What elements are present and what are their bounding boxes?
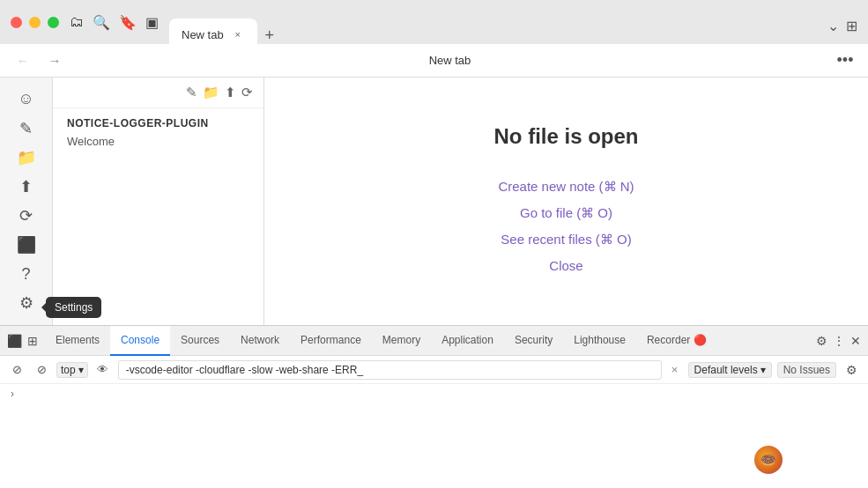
go-to-file-link[interactable]: Go to file (⌘ O) bbox=[520, 205, 612, 221]
panel-refresh-icon[interactable]: ⟳ bbox=[241, 85, 253, 100]
tab-recorder[interactable]: Recorder 🔴 bbox=[636, 326, 717, 356]
tab-performance[interactable]: Performance bbox=[290, 326, 372, 356]
close-link[interactable]: Close bbox=[549, 258, 582, 273]
help-icon: ? bbox=[21, 265, 30, 284]
sidebar-icon-settings[interactable]: ⚙ bbox=[9, 291, 44, 316]
folder-sidebar-icon: 📁 bbox=[17, 148, 36, 167]
tab-elements[interactable]: Elements bbox=[45, 326, 110, 356]
devtools-left-icons: ⬛ ⊞ bbox=[7, 334, 38, 348]
tab-console[interactable]: Console bbox=[110, 326, 170, 356]
sidebar: ☺ ✎ 📁 ⬆ ⟳ ⬛ ? ⚙ Settings bbox=[0, 78, 53, 325]
new-tab-button[interactable]: + bbox=[257, 23, 282, 48]
minimize-button[interactable] bbox=[29, 17, 41, 28]
sidebar-icon-folder[interactable]: 📁 bbox=[9, 144, 44, 170]
refresh-icon: ⟳ bbox=[19, 206, 33, 226]
chevron-down-icon[interactable]: ⌄ bbox=[827, 18, 839, 34]
close-button[interactable] bbox=[11, 17, 22, 28]
pkmer-logo: 🍩 PKMER bbox=[754, 446, 854, 474]
devtools-device-icon[interactable]: ⊞ bbox=[27, 334, 38, 348]
console-settings-icon[interactable]: ⚙ bbox=[842, 360, 861, 380]
context-label: top bbox=[61, 364, 76, 376]
more-button[interactable]: ••• bbox=[833, 48, 857, 73]
active-tab[interactable]: New tab × bbox=[169, 18, 257, 50]
log-levels-chevron: ▾ bbox=[760, 364, 766, 376]
tab-right-controls: ⌄ ⊞ bbox=[827, 18, 857, 34]
sidebar-icon-source[interactable]: ⬛ bbox=[9, 233, 44, 258]
devtools-tabs: ⬛ ⊞ Elements Console Sources Network Per… bbox=[0, 326, 868, 356]
devtools-toolbar: ⊘ ⊘ top ▾ 👁 × Default levels ▾ No Issues… bbox=[0, 356, 868, 384]
tab-lighthouse[interactable]: Lighthouse bbox=[563, 326, 636, 356]
page-title: New tab bbox=[429, 54, 471, 67]
no-issues-badge: No Issues bbox=[777, 362, 836, 378]
fullscreen-button[interactable] bbox=[48, 17, 59, 28]
title-bar: 🗂 🔍 🔖 ▣ New tab × + ⌄ ⊞ bbox=[0, 0, 868, 44]
no-file-title: No file is open bbox=[493, 124, 638, 149]
sidebar-toggle-icon[interactable]: ▣ bbox=[145, 14, 159, 31]
console-prompt[interactable]: › bbox=[11, 388, 857, 400]
context-selector[interactable]: top ▾ bbox=[56, 362, 88, 378]
tab-application[interactable]: Application bbox=[431, 326, 504, 356]
sidebar-icon-refresh[interactable]: ⟳ bbox=[9, 203, 44, 229]
tab-security[interactable]: Security bbox=[504, 326, 563, 356]
tab-label: New tab bbox=[182, 28, 224, 41]
tab-memory[interactable]: Memory bbox=[372, 326, 431, 356]
log-levels-label: Default levels bbox=[694, 364, 758, 376]
back-button[interactable]: ← bbox=[11, 48, 35, 73]
sidebar-icon-edit[interactable]: ✎ bbox=[9, 115, 44, 141]
panel-upload-icon[interactable]: ⬆ bbox=[225, 85, 236, 100]
source-icon: ⬛ bbox=[17, 235, 36, 255]
tab-close-button[interactable]: × bbox=[231, 27, 245, 41]
forward-button[interactable]: → bbox=[42, 48, 67, 73]
main-area: ☺ ✎ 📁 ⬆ ⟳ ⬛ ? ⚙ Settings ✎ bbox=[0, 78, 868, 325]
edit-icon: ✎ bbox=[19, 119, 33, 138]
tabs-area: New tab × + bbox=[169, 0, 817, 44]
address-bar: New tab bbox=[74, 54, 826, 67]
back-icon: ← bbox=[17, 53, 30, 68]
console-chevron-icon: › bbox=[11, 388, 14, 400]
upload-icon: ⬆ bbox=[19, 177, 33, 196]
sidebar-icon-help[interactable]: ? bbox=[9, 262, 44, 287]
project-title: NOTICE-LOGGER-PLUGIN bbox=[53, 108, 263, 131]
create-new-note-link[interactable]: Create new note (⌘ N) bbox=[498, 179, 634, 195]
traffic-lights bbox=[11, 17, 59, 28]
eye-icon[interactable]: 👁 bbox=[93, 360, 113, 380]
content-area: No file is open Create new note (⌘ N) Go… bbox=[264, 78, 868, 325]
devtools-console-area: › bbox=[0, 384, 868, 488]
nav-bar: ← → New tab ••• bbox=[0, 44, 868, 78]
smiley-icon: ☺ bbox=[18, 90, 33, 108]
forward-icon: → bbox=[48, 53, 62, 68]
file-panel-icons: ✎ 📁 ⬆ ⟳ bbox=[186, 85, 253, 100]
grid-icon[interactable]: ⊞ bbox=[846, 18, 857, 34]
file-panel-header: ✎ 📁 ⬆ ⟳ bbox=[53, 78, 263, 108]
settings-icon: ⚙ bbox=[19, 293, 33, 313]
log-levels-button[interactable]: Default levels ▾ bbox=[688, 362, 772, 378]
panel-folder-icon[interactable]: 📁 bbox=[203, 85, 219, 100]
devtools-close-icon[interactable]: ✕ bbox=[850, 334, 861, 348]
devtools-more-icon[interactable]: ⋮ bbox=[833, 334, 845, 348]
devtools-right-icons: ⚙ ⋮ ✕ bbox=[816, 334, 861, 348]
filter-clear-button[interactable]: × bbox=[667, 362, 683, 378]
file-panel: ✎ 📁 ⬆ ⟳ NOTICE-LOGGER-PLUGIN Welcome bbox=[53, 78, 264, 325]
pkmer-icon: 🍩 bbox=[754, 446, 783, 474]
devtools-gear-icon[interactable]: ⚙ bbox=[816, 334, 827, 348]
filter-icon[interactable]: ⊘ bbox=[32, 360, 51, 380]
devtools: ⬛ ⊞ Elements Console Sources Network Per… bbox=[0, 325, 868, 488]
devtools-inspect-icon[interactable]: ⬛ bbox=[7, 334, 22, 348]
sidebar-icon-upload[interactable]: ⬆ bbox=[9, 174, 44, 199]
bookmark-icon[interactable]: 🔖 bbox=[119, 14, 137, 31]
panel-edit-icon[interactable]: ✎ bbox=[186, 85, 197, 100]
search-icon[interactable]: 🔍 bbox=[93, 14, 110, 31]
tab-sources[interactable]: Sources bbox=[170, 326, 230, 356]
filter-input[interactable] bbox=[118, 360, 662, 380]
sidebar-icon-smiley[interactable]: ☺ bbox=[9, 86, 44, 112]
context-chevron-icon: ▾ bbox=[78, 364, 84, 376]
tab-network[interactable]: Network bbox=[230, 326, 290, 356]
title-bar-icons: 🗂 🔍 🔖 ▣ bbox=[70, 14, 159, 31]
file-item-welcome[interactable]: Welcome bbox=[53, 131, 263, 152]
clear-console-button[interactable]: ⊘ bbox=[7, 360, 26, 380]
folder-icon[interactable]: 🗂 bbox=[70, 14, 84, 30]
recent-files-link[interactable]: See recent files (⌘ O) bbox=[501, 232, 631, 248]
pkmer-text: PKMER bbox=[788, 451, 854, 470]
